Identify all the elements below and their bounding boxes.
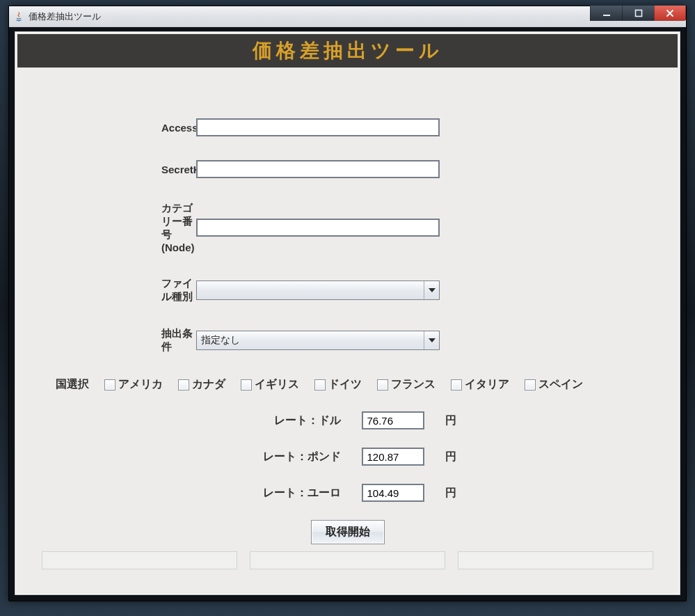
- close-button[interactable]: [654, 6, 686, 21]
- status-box-right: [458, 551, 653, 569]
- input-category-node[interactable]: [196, 219, 440, 237]
- label-filter: 抽出条件: [43, 327, 196, 354]
- status-box-left: [42, 551, 237, 569]
- checkbox-label: ドイツ: [328, 377, 362, 392]
- input-rate-euro[interactable]: [362, 484, 424, 502]
- start-button[interactable]: 取得開始: [311, 520, 385, 544]
- label-rate-dollar: レート：ドル: [223, 413, 341, 428]
- input-access-key[interactable]: [196, 118, 440, 136]
- label-access-key: AccessKeyId: [43, 122, 196, 134]
- app-window: 価格差抽出ツール 価格差抽出ツール AccessKeyId SecretKey: [8, 6, 687, 601]
- checkbox-spain[interactable]: [525, 379, 536, 390]
- java-icon: [13, 11, 24, 22]
- label-country: 国選択: [56, 377, 89, 392]
- checkbox-label: イタリア: [465, 377, 509, 392]
- input-secret-key[interactable]: [196, 160, 440, 178]
- banner-title: 価格差抽出ツール: [253, 38, 443, 64]
- client-area: 価格差抽出ツール AccessKeyId SecretKey カテゴリー番号(N…: [15, 31, 680, 595]
- label-secret-key: SecretKey: [43, 164, 196, 175]
- combo-filter-value: 指定なし: [197, 334, 424, 347]
- checkbox-label: フランス: [391, 377, 436, 392]
- status-box-middle: [250, 551, 445, 569]
- checkbox-label: カナダ: [192, 377, 225, 392]
- checkbox-uk[interactable]: [241, 379, 252, 390]
- window-controls: [590, 6, 686, 21]
- form: AccessKeyId SecretKey カテゴリー番号(Node) ファイル…: [15, 70, 680, 544]
- checkbox-canada[interactable]: [178, 379, 189, 390]
- svg-rect-1: [635, 10, 641, 16]
- checkbox-america[interactable]: [104, 379, 115, 390]
- svg-rect-0: [603, 15, 610, 16]
- label-file-type: ファイル種別: [43, 277, 196, 303]
- status-bar: [42, 551, 653, 569]
- titlebar[interactable]: 価格差抽出ツール: [9, 6, 686, 27]
- maximize-button[interactable]: [622, 6, 654, 21]
- label-rate-pound: レート：ポンド: [223, 450, 341, 464]
- checkbox-france[interactable]: [377, 379, 388, 390]
- combo-file-type[interactable]: [196, 281, 440, 300]
- combo-filter[interactable]: 指定なし: [196, 331, 440, 350]
- checkbox-label: イギリス: [255, 377, 299, 392]
- checkbox-italy[interactable]: [451, 379, 462, 390]
- checkbox-label: スペイン: [538, 377, 583, 392]
- chevron-down-icon: [424, 331, 439, 349]
- suffix-yen: 円: [445, 413, 473, 428]
- input-rate-pound[interactable]: [362, 448, 424, 466]
- country-row: 国選択 アメリカ カナダ イギリス ドイツ フランス イタリア スペイン: [43, 377, 652, 392]
- chevron-down-icon: [424, 281, 439, 299]
- checkbox-germany[interactable]: [314, 379, 326, 390]
- suffix-yen: 円: [445, 486, 473, 500]
- suffix-yen: 円: [445, 450, 473, 464]
- checkbox-label: アメリカ: [118, 377, 163, 392]
- app-banner: 価格差抽出ツール: [17, 34, 678, 68]
- label-category-node: カテゴリー番号(Node): [43, 202, 196, 253]
- window-title: 価格差抽出ツール: [29, 10, 101, 23]
- label-rate-euro: レート：ユーロ: [223, 486, 341, 500]
- input-rate-dollar[interactable]: [362, 411, 424, 429]
- minimize-button[interactable]: [590, 6, 622, 21]
